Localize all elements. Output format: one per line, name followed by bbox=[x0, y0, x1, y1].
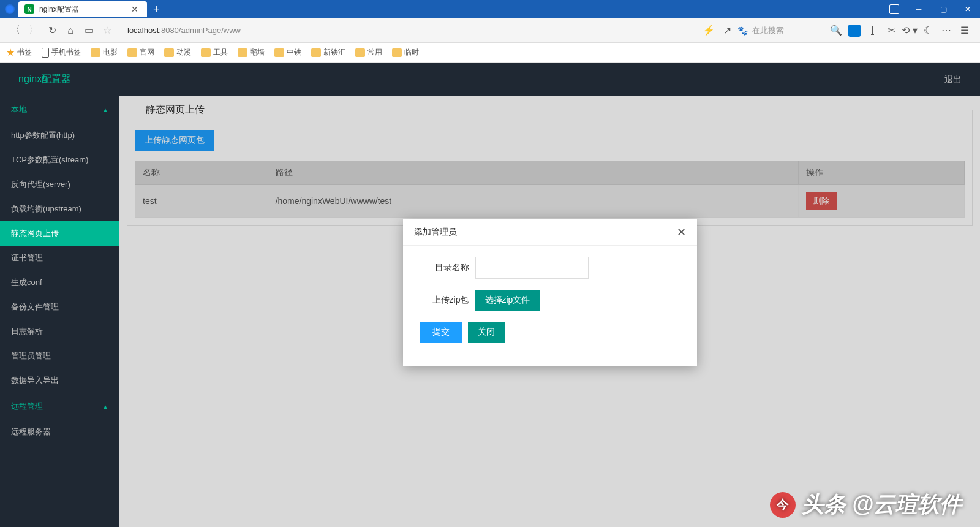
sidebar-item-static-upload[interactable]: 静态网页上传 bbox=[0, 221, 119, 246]
sidebar-item-logs[interactable]: 日志解析 bbox=[0, 319, 119, 344]
extensions-icon[interactable] bbox=[882, 0, 907, 18]
bookmark-item[interactable]: 中铁 bbox=[274, 47, 301, 58]
share-icon[interactable]: ↗ bbox=[718, 21, 736, 40]
moon-icon[interactable]: ☾ bbox=[919, 21, 937, 40]
mobile-icon bbox=[42, 48, 49, 58]
folder-icon bbox=[355, 48, 365, 57]
folder-icon bbox=[91, 48, 100, 57]
close-button[interactable]: 关闭 bbox=[468, 322, 505, 343]
label-zip: 上传zip包 bbox=[414, 295, 469, 306]
bookmark-item[interactable]: 翻墙 bbox=[238, 47, 265, 58]
bookmark-item[interactable]: 动漫 bbox=[164, 47, 191, 58]
undo-icon[interactable]: ⟲ ▾ bbox=[900, 21, 919, 40]
menu-icon[interactable]: ☰ bbox=[956, 21, 974, 40]
browser-search-box[interactable]: 🐾 在此搜索 bbox=[736, 25, 822, 37]
chevron-up-icon: ▲ bbox=[102, 403, 108, 410]
watermark: 今 头条 @云瑄软件 bbox=[770, 490, 962, 520]
app-logo: nginx配置器 bbox=[18, 73, 71, 86]
bookmark-item[interactable]: 官网 bbox=[127, 47, 154, 58]
star-icon: ★ bbox=[6, 47, 15, 58]
url-input[interactable]: localhost:8080/adminPage/www bbox=[123, 21, 693, 40]
choose-zip-button[interactable]: 选择zip文件 bbox=[475, 290, 540, 311]
bookmark-item[interactable]: 手机书签 bbox=[42, 47, 81, 58]
main-content: 静态网页上传 上传静态网页包 名称 路径 操作 test /home/nginx… bbox=[119, 96, 980, 527]
capture-icon[interactable] bbox=[845, 21, 864, 40]
new-tab-button[interactable]: + bbox=[153, 3, 160, 16]
bookmark-item[interactable]: 书签 bbox=[17, 47, 32, 58]
folder-icon bbox=[201, 48, 211, 57]
app-header: nginx配置器 退出 bbox=[0, 63, 980, 96]
browser-titlebar: N nginx配置器 ✕ + ─ ▢ ✕ bbox=[0, 0, 980, 18]
sidebar-item-tcp[interactable]: TCP参数配置(stream) bbox=[0, 148, 119, 172]
sidebar-item-import-export[interactable]: 数据导入导出 bbox=[0, 368, 119, 393]
logout-button[interactable]: 退出 bbox=[944, 74, 962, 85]
folder-icon bbox=[311, 48, 321, 57]
maximize-button[interactable]: ▢ bbox=[931, 0, 956, 18]
folder-icon bbox=[164, 48, 174, 57]
close-window-button[interactable]: ✕ bbox=[956, 0, 980, 18]
folder-icon bbox=[127, 48, 137, 57]
forward-button[interactable]: 〉 bbox=[24, 21, 43, 40]
sidebar-item-cert[interactable]: 证书管理 bbox=[0, 246, 119, 270]
chevron-up-icon: ▲ bbox=[102, 107, 108, 113]
bookmark-item[interactable]: 新铁汇 bbox=[311, 47, 345, 58]
more-icon[interactable]: ⋯ bbox=[937, 21, 956, 40]
browser-address-bar: 〈 〉 ↻ ⌂ ▭ ☆ localhost:8080/adminPage/www… bbox=[0, 18, 980, 43]
sidebar-item-conf[interactable]: 生成conf bbox=[0, 270, 119, 295]
scissors-icon[interactable]: ✂ bbox=[882, 21, 900, 40]
input-dirname[interactable] bbox=[475, 257, 589, 279]
modal-footer: 提交 关闭 bbox=[414, 322, 686, 355]
reader-icon[interactable]: ▭ bbox=[80, 21, 98, 40]
bookmark-item[interactable]: 工具 bbox=[201, 47, 228, 58]
sidebar-item-upstream[interactable]: 负载均衡(upstream) bbox=[0, 197, 119, 221]
browser-tab[interactable]: N nginx配置器 ✕ bbox=[18, 1, 147, 17]
url-path: :8080/adminPage/www bbox=[159, 26, 241, 35]
sidebar-group-local[interactable]: 本地 ▲ bbox=[0, 96, 119, 123]
sidebar: 本地 ▲ http参数配置(http) TCP参数配置(stream) 反向代理… bbox=[0, 96, 119, 527]
bookmark-bar: ★ 书签 手机书签 电影 官网 动漫 工具 翻墙 中铁 新铁汇 常用 临时 bbox=[0, 43, 980, 63]
sidebar-item-http[interactable]: http参数配置(http) bbox=[0, 123, 119, 148]
sidebar-item-remote-server[interactable]: 远程服务器 bbox=[0, 420, 119, 444]
tab-close-button[interactable]: ✕ bbox=[129, 4, 141, 14]
search-engine-icon: 🐾 bbox=[736, 25, 748, 37]
sidebar-item-admin[interactable]: 管理员管理 bbox=[0, 344, 119, 368]
watermark-logo: 今 bbox=[770, 492, 796, 518]
bookmark-item[interactable]: 临时 bbox=[392, 47, 419, 58]
browser-favicon bbox=[5, 4, 15, 14]
folder-icon bbox=[274, 48, 284, 57]
modal-body: 目录名称 上传zip包 选择zip文件 提交 关闭 bbox=[403, 246, 697, 366]
download-icon[interactable]: ⭳ bbox=[864, 21, 882, 40]
nginx-icon: N bbox=[24, 4, 34, 14]
sidebar-item-server[interactable]: 反向代理(server) bbox=[0, 172, 119, 197]
url-host: localhost bbox=[127, 26, 159, 35]
tab-strip: N nginx配置器 ✕ + bbox=[0, 0, 160, 18]
folder-icon bbox=[238, 48, 247, 57]
minimize-button[interactable]: ─ bbox=[907, 0, 931, 18]
sidebar-item-backup[interactable]: 备份文件管理 bbox=[0, 295, 119, 319]
app-container: nginx配置器 退出 本地 ▲ http参数配置(http) TCP参数配置(… bbox=[0, 63, 980, 527]
form-row-dirname: 目录名称 bbox=[414, 257, 686, 279]
favorite-icon[interactable]: ☆ bbox=[98, 21, 116, 40]
window-controls: ─ ▢ ✕ bbox=[882, 0, 980, 18]
tab-title: nginx配置器 bbox=[39, 4, 129, 15]
modal-title: 添加管理员 bbox=[414, 227, 457, 238]
modal-header: 添加管理员 ✕ bbox=[403, 219, 697, 246]
add-admin-modal: 添加管理员 ✕ 目录名称 上传zip包 选择zip文件 提交 关闭 bbox=[403, 219, 697, 366]
bookmark-item[interactable]: 电影 bbox=[91, 47, 118, 58]
label-dirname: 目录名称 bbox=[414, 262, 469, 273]
sidebar-group-remote[interactable]: 远程管理 ▲ bbox=[0, 393, 119, 420]
folder-icon bbox=[392, 48, 402, 57]
submit-button[interactable]: 提交 bbox=[420, 322, 462, 343]
modal-close-button[interactable]: ✕ bbox=[677, 226, 686, 239]
search-placeholder: 在此搜索 bbox=[752, 25, 784, 36]
home-button[interactable]: ⌂ bbox=[61, 21, 80, 40]
flash-icon[interactable]: ⚡ bbox=[699, 21, 718, 40]
search-icon[interactable]: 🔍 bbox=[827, 21, 845, 40]
back-button[interactable]: 〈 bbox=[6, 21, 24, 40]
reload-button[interactable]: ↻ bbox=[43, 21, 61, 40]
app-body: 本地 ▲ http参数配置(http) TCP参数配置(stream) 反向代理… bbox=[0, 96, 980, 527]
form-row-zip: 上传zip包 选择zip文件 bbox=[414, 290, 686, 311]
bookmark-item[interactable]: 常用 bbox=[355, 47, 382, 58]
